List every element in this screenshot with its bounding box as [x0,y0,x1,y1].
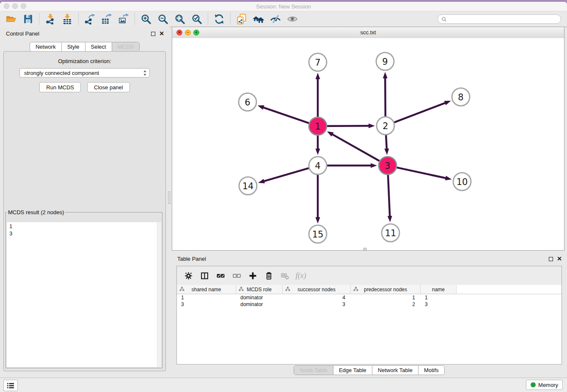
graph-edge-4-14[interactable] [263,168,308,181]
mcds-panel: Optimization criterion: strongly connect… [3,51,166,371]
graph-edge-1-6[interactable] [263,107,309,123]
table-tab-node-table[interactable]: Node Table [294,366,333,375]
chevron-updown-icon [143,70,147,76]
table-cell[interactable]: 1 [421,295,457,301]
toolbar-separator [208,13,208,25]
export-image-button[interactable] [115,13,132,25]
result-scrollbar[interactable] [157,222,161,367]
table-header-row: shared nameMCDS rolesuccessor nodesprede… [177,285,561,294]
show-columns-button[interactable] [196,268,212,283]
main-toolbar [0,11,567,27]
refresh-layout-button[interactable] [211,13,228,25]
optimization-select[interactable]: strongly connected component [19,68,150,77]
graph-node-label-9: 9 [382,57,388,67]
column-header-shared-name[interactable]: shared name [177,285,236,294]
table-row[interactable]: 1dominator411 [177,294,561,301]
graph-edge-3-11[interactable] [388,175,390,217]
table-cell[interactable]: 2 [351,301,421,307]
deselect-all-button[interactable] [228,268,245,283]
select-all-button[interactable] [212,268,228,283]
canvas-scroll-thumb[interactable] [363,248,367,250]
graph-edge-arrow [327,131,334,136]
toolbar-separator [78,13,79,25]
table-cell[interactable]: 3 [283,301,351,307]
table-tab-network-table[interactable]: Network Table [372,366,418,375]
table-row[interactable]: 3dominator323 [177,301,561,308]
table-cell[interactable]: 1 [177,295,236,301]
column-header-successor-nodes[interactable]: successor nodes [283,285,351,294]
table-tab-motifs[interactable]: Motifs [418,366,444,375]
graph-edge-2-8[interactable] [394,103,446,123]
import-table-button[interactable] [59,13,76,25]
column-header-MCDS-role[interactable]: MCDS role [236,285,283,294]
export-network-button[interactable] [81,13,98,25]
memory-status-icon [531,382,536,387]
search-input[interactable] [449,16,557,22]
app-window: Session: New Session Control Panel ✕ Net… [0,2,567,392]
list-icon [6,382,15,389]
import-network-button[interactable] [42,13,59,25]
graph-edge-3-10[interactable] [397,168,446,178]
zoom-in-button[interactable] [138,13,154,25]
network-frame-title: scc.txt [172,29,564,36]
zoom-fit-button[interactable] [171,13,188,25]
table-cell[interactable]: dominator [236,295,283,301]
close-table-panel-icon[interactable]: ✕ [557,256,562,261]
table-panel-title: Table Panel [177,256,206,262]
network-frame-titlebar[interactable]: ✕ − + scc.txt [172,27,564,39]
toolbar-separator [135,13,135,25]
float-panel-icon[interactable] [151,32,155,36]
status-bar: Memory [0,378,567,392]
save-session-button[interactable] [19,13,36,25]
graph-node-label-11: 11 [385,228,396,238]
network-canvas[interactable]: 7968124314101511 [172,38,564,250]
export-table-button[interactable] [98,13,115,25]
graph-edge-2-9[interactable] [385,77,385,116]
show-graphics-details-button[interactable] [284,13,301,25]
float-table-panel-icon[interactable] [549,257,553,261]
graph-edge-2-3[interactable] [386,135,387,149]
graph-edge-1-2[interactable] [327,126,369,126]
network-frame: ✕ − + scc.txt 7968124314101511 [172,27,564,251]
panel-selector-button[interactable] [3,380,18,391]
hide-graphics-details-button[interactable] [267,13,284,25]
tab-style[interactable]: Style [62,42,85,51]
home-view-button[interactable] [250,13,267,25]
create-column-button[interactable] [245,268,261,283]
table-tab-edge-table[interactable]: Edge Table [333,366,372,375]
splitter-handle[interactable] [168,191,171,204]
tab-network[interactable]: Network [30,42,62,51]
zoom-selected-button[interactable] [188,13,205,25]
table-cell[interactable]: dominator [236,301,283,307]
graph-edge-arrow [383,72,388,78]
table-cell[interactable]: 3 [177,301,236,307]
graph-edge-arrow [258,179,265,184]
table-panel: Table Panel ✕ f(x) shared nameMCDS roles… [171,252,567,378]
search-icon [441,17,447,22]
tab-mcds[interactable]: MCDS [112,42,139,51]
graph-edge-arrow [444,101,451,105]
graph-node-label-6: 6 [245,97,250,108]
control-panel-title: Control Panel [6,30,39,37]
graph-edge-arrow [388,216,392,222]
table-cell[interactable]: 1 [351,295,421,301]
mcds-result-area[interactable]: 13 [7,222,161,367]
column-header-name[interactable]: name [421,285,457,294]
search-box[interactable] [438,14,561,24]
tab-select[interactable]: Select [85,42,112,51]
duplicate-network-button[interactable] [233,13,250,25]
table-cell[interactable]: 3 [421,301,457,307]
open-file-button[interactable] [3,13,19,25]
close-panel-icon[interactable]: ✕ [159,31,164,36]
memory-button[interactable]: Memory [526,380,563,390]
close-panel-button[interactable]: Close panel [87,82,130,92]
run-mcds-button[interactable]: Run MCDS [39,82,81,92]
zoom-out-button[interactable] [154,13,171,25]
graph-edge-3-1[interactable] [332,134,380,161]
table-mode-button[interactable] [180,268,196,283]
table-cell[interactable]: 4 [283,295,351,301]
window-titlebar: Session: New Session [0,2,567,11]
graph-edge-arrow [445,176,452,180]
delete-columns-button[interactable] [261,268,277,283]
column-header-predecessor-nodes[interactable]: predecessor nodes [351,285,421,294]
